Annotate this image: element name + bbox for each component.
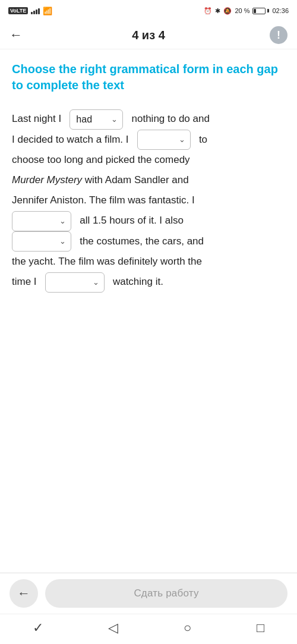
header: ← 4 из 4 ! (0, 21, 297, 49)
header-info[interactable]: ! (266, 26, 287, 44)
dropdown4[interactable]: ⌄ (12, 231, 71, 252)
signal-bars (31, 7, 40, 14)
dropdown1-value: had (76, 110, 109, 129)
text-line4-rest: with Adam Sandler and (82, 174, 189, 186)
dropdown4-chevron: ⌄ (59, 234, 66, 249)
battery-icon (252, 8, 269, 14)
clock: 02:36 (272, 7, 289, 14)
text-line6-after: all 1.5 hours of it. I also (80, 215, 184, 226)
dropdown1[interactable]: had ⌄ (69, 109, 123, 130)
text-body: Last night I had ⌄ nothing to do and I d… (12, 109, 285, 293)
nav-home-icon[interactable]: ○ (184, 620, 191, 636)
text-italic: Murder Mystery (12, 174, 82, 186)
status-right: ⏰ ✱ 🔕 20 % 02:36 (204, 7, 289, 15)
submit-button[interactable]: Сдать работу (45, 579, 287, 608)
text-line5: Jennifer Aniston. The film was fantastic… (12, 194, 195, 206)
dropdown2[interactable]: ⌄ (137, 130, 191, 150)
info-icon[interactable]: ! (270, 26, 287, 44)
alarm-icon: ⏰ (204, 7, 212, 15)
text-line1-before: Last night I (12, 113, 61, 124)
page-title: 4 из 4 (31, 29, 266, 42)
text-line9-after: watching it. (113, 276, 163, 287)
text-line9-before: time I (12, 276, 37, 287)
nav-square-icon[interactable]: □ (257, 620, 264, 636)
bluetooth-icon: ✱ (215, 7, 220, 15)
dropdown5-chevron: ⌄ (93, 275, 99, 290)
dropdown2-chevron: ⌄ (179, 132, 185, 147)
text-line8: the yacht. The film was definitely worth… (12, 256, 202, 267)
text-line7-after: the costumes, the cars, and (80, 235, 204, 247)
header-back-button[interactable]: ← (10, 27, 31, 43)
text-line2-before: I decided to watch a film. I (12, 134, 129, 145)
bottom-bar: ← Сдать работу (0, 573, 297, 614)
text-line3: choose too long and picked the comedy (12, 154, 190, 165)
nav-bar: ✓ ◁ ○ □ (0, 614, 297, 644)
wifi-icon: 📶 (43, 7, 52, 15)
nav-back-icon[interactable]: ◁ (108, 620, 118, 636)
mute-icon: 🔕 (223, 7, 232, 15)
volte-badge: VoLTE (8, 7, 28, 14)
nav-check-icon[interactable]: ✓ (33, 620, 43, 636)
battery-percent: 20 % (235, 7, 249, 14)
text-line1-after: nothing to do and (132, 113, 210, 124)
dropdown1-chevron: ⌄ (111, 112, 118, 127)
main-content: Choose the right grammatical form in eac… (0, 49, 297, 573)
dropdown3-chevron: ⌄ (59, 213, 66, 229)
bottom-back-button[interactable]: ← (10, 579, 38, 608)
text-line2-after: to (199, 134, 207, 145)
status-left: VoLTE 📶 (8, 7, 52, 15)
status-bar: VoLTE 📶 ⏰ ✱ 🔕 20 % 02:36 (0, 0, 297, 21)
dropdown5[interactable]: ⌄ (45, 272, 105, 293)
question-title: Choose the right grammatical form in eac… (12, 61, 285, 93)
dropdown3[interactable]: ⌄ (12, 211, 71, 231)
